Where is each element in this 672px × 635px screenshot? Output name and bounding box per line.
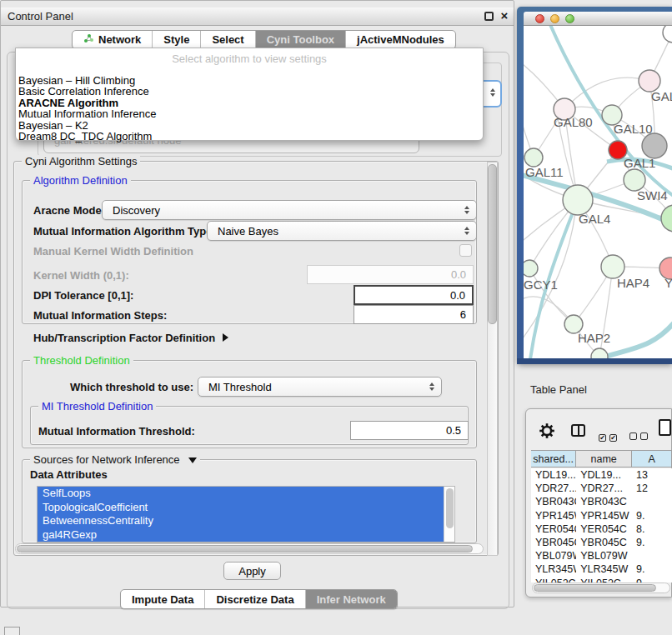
tab-cyni-toolbox[interactable]: Cyni Toolbox <box>256 31 346 48</box>
apply-button-label: Apply <box>238 565 266 578</box>
algorithm-item-aracne-algorithm[interactable]: ARACNE Algorithm <box>18 98 480 108</box>
which-threshold-combo[interactable]: MI Threshold <box>198 377 442 397</box>
page-icon[interactable] <box>659 419 671 436</box>
attribute-item-gal4rgexp[interactable]: gal4RGexp <box>38 528 444 542</box>
network-node[interactable] <box>663 26 672 42</box>
kernel-width-value: 0.0 <box>451 268 466 281</box>
mi-steps-value: 6 <box>460 308 466 321</box>
sources-title[interactable]: Sources for Network Inference <box>30 453 200 466</box>
network-icon <box>83 33 94 46</box>
sources-title-text: Sources for Network Inference <box>33 453 180 466</box>
node-label-hap4: HAP4 <box>617 276 649 290</box>
hub-transcription-factor-label: Hub/Transcription Factor Definition <box>33 332 215 344</box>
table-row[interactable]: YIL052CYIL052C9 <box>531 577 672 583</box>
control-panel-titlebar: Control Panel <box>1 8 514 26</box>
data-attributes-list[interactable]: SelfLoopsTopologicalCoefficientBetweenne… <box>37 486 455 542</box>
mode-tab-infer-network[interactable]: Infer Network <box>306 590 397 608</box>
column-header-name[interactable]: name <box>576 451 632 467</box>
kernel-width-field[interactable]: 0.0 <box>307 265 474 284</box>
algorithm-item-bayesian-hill-climbing[interactable]: Bayesian – Hill Climbing <box>18 75 480 86</box>
table-row[interactable]: YER054CYER054C8. <box>531 522 672 536</box>
algorithm-popup-list: Bayesian – Hill ClimbingBasic Correlatio… <box>18 75 480 142</box>
attribute-item-betweennesscentrality[interactable]: BetweennessCentrality <box>38 514 444 528</box>
settings-horizontal-scrollbar-thumb[interactable] <box>17 545 473 552</box>
mode-tab-impute-data[interactable]: Impute Data <box>121 590 205 608</box>
tab-select[interactable]: Select <box>201 31 255 48</box>
expand-right-icon[interactable] <box>223 333 228 342</box>
data-attributes-items: SelfLoopsTopologicalCoefficientBetweenne… <box>38 487 454 542</box>
network-node[interactable] <box>601 255 624 278</box>
attribute-item-topologicalcoefficient[interactable]: TopologicalCoefficient <box>38 501 444 515</box>
tab-style[interactable]: Style <box>153 31 201 48</box>
stepper-arrows-icon <box>464 201 469 219</box>
node-label-gal10: GAL10 <box>614 122 653 136</box>
tab-network[interactable]: Network <box>73 31 153 48</box>
algorithm-item-basic-correlation-inference[interactable]: Basic Correlation Inference <box>18 86 480 97</box>
dpi-tolerance-field[interactable]: 0.0 <box>354 285 474 305</box>
node-label-gal: GAL <box>651 89 672 103</box>
select-all-columns-icon[interactable]: ✔✔ <box>599 428 620 443</box>
algorithm-item-bayesian-k2[interactable]: Bayesian – K2 <box>18 120 480 131</box>
tab-jactivemnodules[interactable]: jActiveMNodules <box>346 31 455 48</box>
network-node[interactable] <box>661 205 672 232</box>
column-header-shared[interactable]: shared... <box>531 451 576 467</box>
stepper-arrows-icon <box>490 88 495 97</box>
deselect-all-columns-icon[interactable] <box>629 428 651 443</box>
mi-algorithm-type-combo[interactable]: Naive Bayes <box>207 221 477 241</box>
table-cell: YDR27... <box>576 482 632 494</box>
tab-label: Cyni Toolbox <box>267 33 334 46</box>
node-label-gal11: GAL11 <box>525 165 564 179</box>
mi-steps-label: Mutual Information Steps: <box>33 305 167 325</box>
apply-button[interactable]: Apply <box>223 562 281 580</box>
algorithm-item-mutual-information-inference[interactable]: Mutual Information Inference <box>18 108 480 119</box>
manual-kernel-width-checkbox[interactable] <box>459 244 472 257</box>
application-root: Control Panel × NetworkStyleSelectCyni T… <box>0 0 672 635</box>
network-node[interactable] <box>524 148 543 167</box>
table-horizontal-scrollbar-thumb[interactable] <box>534 584 656 592</box>
stepper-arrows-icon <box>429 378 434 396</box>
algorithm-definition-title: Algorithm Definition <box>30 174 131 187</box>
table-row[interactable]: YDL19...YDL19...13 <box>531 468 672 482</box>
attribute-item-selfloops[interactable]: SelfLoops <box>38 487 444 501</box>
aracne-mode-combo[interactable]: Discovery <box>102 200 477 220</box>
float-window-icon[interactable] <box>484 12 494 21</box>
split-pane-icon[interactable] <box>571 424 585 437</box>
network-node[interactable] <box>642 133 667 158</box>
table-row[interactable]: YLR345WYLR345W9. <box>531 562 672 576</box>
table-row[interactable]: YBR045CYBR045C9. <box>531 536 672 549</box>
table-cell: YLR345W <box>531 563 576 575</box>
gear-icon[interactable] <box>538 422 556 440</box>
algorithm-item-dream8-dc-tdc-algorithm[interactable]: Dream8 DC_TDC Algorithm <box>18 131 480 142</box>
table-row[interactable]: YDR27...YDR27...12 <box>531 482 672 495</box>
table-cell: YDL19... <box>531 469 576 481</box>
close-icon[interactable]: × <box>498 8 511 24</box>
table-row[interactable]: YBL079WYBL079W <box>531 549 672 562</box>
mi-threshold-field[interactable]: 0.5 <box>350 421 469 440</box>
network-node[interactable] <box>563 185 593 215</box>
network-canvas[interactable]: GALGAL80GAL10GAL1GAL11SWI4GAL4GCY1HAP4YH… <box>524 26 672 358</box>
table-cell: YBR043C <box>576 496 632 508</box>
bottom-mini-button[interactable] <box>4 627 20 635</box>
column-header-a[interactable]: A <box>632 451 672 467</box>
attributes-vertical-scrollbar[interactable] <box>444 487 454 542</box>
traffic-light-zoom-icon[interactable] <box>565 14 574 23</box>
hub-transcription-factor-section[interactable]: Hub/Transcription Factor Definition <box>33 329 228 346</box>
collapse-down-icon[interactable] <box>188 458 197 463</box>
network-window-titlebar[interactable] <box>524 12 672 26</box>
settings-vertical-scrollbar-thumb[interactable] <box>488 164 497 324</box>
mi-steps-field[interactable]: 6 <box>354 305 474 324</box>
table-header-row: shared...nameA <box>531 450 672 468</box>
mode-tab-label: Infer Network <box>317 593 386 606</box>
traffic-light-close-icon[interactable] <box>535 14 544 23</box>
mode-tab-discretize-data[interactable]: Discretize Data <box>205 590 305 608</box>
control-panel-tabs: NetworkStyleSelectCyni ToolboxjActiveMNo… <box>72 30 456 49</box>
table-row[interactable]: YBR043CYBR043C <box>531 495 672 508</box>
mi-algorithm-type-value: Naive Bayes <box>218 225 278 238</box>
tab-label: Select <box>212 33 243 46</box>
traffic-light-minimize-icon[interactable] <box>550 14 559 23</box>
table-row[interactable]: YPR145WYPR145W9. <box>531 509 672 522</box>
dpi-tolerance-value: 0.0 <box>450 289 465 302</box>
node-label-gal4: GAL4 <box>579 212 610 226</box>
attributes-scrollbar-thumb[interactable] <box>446 488 454 528</box>
network-node[interactable] <box>524 260 538 277</box>
